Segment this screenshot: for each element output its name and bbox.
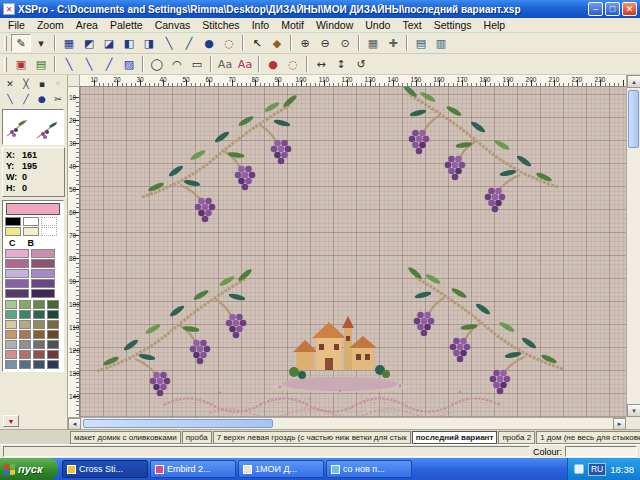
- info-panel-button[interactable]: ▥: [431, 34, 451, 52]
- stitch-canvas[interactable]: [80, 87, 626, 417]
- menu-item-file[interactable]: File: [2, 18, 31, 32]
- zoom-out-button[interactable]: ⊖: [315, 34, 335, 52]
- full-cross-stitch-tool[interactable]: ✕: [2, 77, 18, 92]
- menu-item-info[interactable]: Info: [246, 18, 276, 32]
- library-button[interactable]: ▤: [411, 34, 431, 52]
- palette-cb-swatch[interactable]: [5, 269, 29, 278]
- pattern-tab[interactable]: 1 дом (не весь для стыковки): [536, 431, 640, 444]
- french-knot-tool[interactable]: ●: [34, 92, 50, 107]
- palette-swatch[interactable]: [19, 300, 31, 309]
- backstitch-grid-button[interactable]: ▨: [119, 55, 139, 73]
- swap-colors-button[interactable]: ▣: [11, 55, 31, 73]
- close-button[interactable]: ✕: [622, 2, 637, 16]
- taskbar-task[interactable]: Cross Sti...: [62, 460, 148, 478]
- minimize-button[interactable]: –: [588, 2, 603, 16]
- palette-swatch[interactable]: [33, 340, 45, 349]
- double-cross-stitch-tool[interactable]: ╳: [18, 77, 34, 92]
- pattern-tab[interactable]: макет домик с оливковками: [70, 431, 181, 444]
- start-button[interactable]: пуск: [0, 458, 58, 480]
- scroll-left-button[interactable]: ◄: [68, 418, 81, 430]
- palette-swatch[interactable]: [47, 330, 59, 339]
- menu-item-motif[interactable]: Motif: [275, 18, 310, 32]
- menu-item-area[interactable]: Area: [70, 18, 104, 32]
- grid-toggle-button[interactable]: ▦: [363, 34, 383, 52]
- tray-app-icon[interactable]: [574, 464, 584, 474]
- scroll-down-button[interactable]: ▼: [627, 404, 640, 417]
- palette-swatch[interactable]: [23, 217, 39, 226]
- pattern-tab[interactable]: последний вариант: [412, 431, 498, 444]
- palette-swatch[interactable]: [19, 360, 31, 369]
- menu-item-zoom[interactable]: Zoom: [31, 18, 70, 32]
- palette-swatch[interactable]: [5, 300, 17, 309]
- text-tool-button[interactable]: Aa: [215, 55, 235, 73]
- palette-swatch[interactable]: [19, 340, 31, 349]
- menu-item-stitches[interactable]: Stitches: [196, 18, 245, 32]
- motif-preview[interactable]: [2, 109, 64, 145]
- palette-cb-swatch[interactable]: [31, 259, 55, 268]
- palette-scroll-down-button[interactable]: ▼: [3, 415, 19, 427]
- rotate-button[interactable]: ↺: [351, 55, 371, 73]
- cut-tool[interactable]: ✂: [50, 92, 66, 107]
- vertical-scroll-thumb[interactable]: [628, 90, 639, 148]
- palette-swatch[interactable]: [5, 320, 17, 329]
- text-color-button[interactable]: Aa: [235, 55, 255, 73]
- backstitch-diagonal-button[interactable]: ╱: [99, 55, 119, 73]
- select-tool-button[interactable]: ↖: [247, 34, 267, 52]
- palette-swatch[interactable]: [5, 340, 17, 349]
- menu-item-window[interactable]: Window: [310, 18, 359, 32]
- palette-swatch[interactable]: [19, 320, 31, 329]
- palette-swatch[interactable]: [47, 310, 59, 319]
- palette-cb-swatch[interactable]: [31, 269, 55, 278]
- palette-swatch[interactable]: [33, 330, 45, 339]
- pattern-tab[interactable]: проба 2: [498, 431, 535, 444]
- backstitch-thin-button[interactable]: ╲: [59, 55, 79, 73]
- palette-cb-swatch[interactable]: [5, 259, 29, 268]
- backstitch-right-tool[interactable]: ╱: [18, 92, 34, 107]
- palette-swatch[interactable]: [5, 350, 17, 359]
- palette-swatch[interactable]: [33, 360, 45, 369]
- palette-swatch[interactable]: [41, 217, 57, 226]
- bead-button[interactable]: ◌: [219, 34, 239, 52]
- knot-red-button[interactable]: ●: [263, 55, 283, 73]
- palette-cb-swatch[interactable]: [5, 279, 29, 288]
- pattern-tab[interactable]: проба: [182, 431, 212, 444]
- current-color-swatch[interactable]: [6, 203, 60, 215]
- palette-cb-swatch[interactable]: [5, 249, 29, 258]
- palette-swatch[interactable]: [33, 350, 45, 359]
- fill-tool-button[interactable]: ◆: [267, 34, 287, 52]
- language-indicator[interactable]: RU: [588, 463, 606, 476]
- palette-swatch[interactable]: [5, 217, 21, 226]
- menu-item-undo[interactable]: Undo: [359, 18, 396, 32]
- three-quarter-stitch-button[interactable]: ◨: [139, 34, 159, 52]
- palette-cb-swatch[interactable]: [31, 289, 55, 298]
- menu-item-settings[interactable]: Settings: [428, 18, 478, 32]
- palette-swatch[interactable]: [47, 300, 59, 309]
- palette-swatch[interactable]: [33, 300, 45, 309]
- highlight-color-button[interactable]: ▤: [31, 55, 51, 73]
- menu-item-palette[interactable]: Palette: [104, 18, 149, 32]
- scroll-up-button[interactable]: ▲: [627, 75, 640, 88]
- menu-item-text[interactable]: Text: [396, 18, 427, 32]
- circle-tool-button[interactable]: ◯: [147, 55, 167, 73]
- petite-stitch-tool[interactable]: ▪: [34, 77, 50, 92]
- palette-swatch[interactable]: [47, 320, 59, 329]
- pencil-tool-button[interactable]: ✎: [11, 34, 31, 52]
- palette-cb-swatch[interactable]: [31, 279, 55, 288]
- palette-swatch[interactable]: [33, 320, 45, 329]
- backstitch-thick-button[interactable]: ╲: [79, 55, 99, 73]
- taskbar-task[interactable]: Embird 2...: [150, 460, 236, 478]
- backstitch-left-tool[interactable]: ╲: [2, 92, 18, 107]
- palette-swatch[interactable]: [19, 310, 31, 319]
- full-stitch-button[interactable]: ▦: [59, 34, 79, 52]
- center-pattern-button[interactable]: ✚: [383, 34, 403, 52]
- palette-swatch[interactable]: [19, 350, 31, 359]
- french-knot-button[interactable]: ●: [199, 34, 219, 52]
- knot-outline-button[interactable]: ◌: [283, 55, 303, 73]
- palette-swatch[interactable]: [5, 360, 17, 369]
- mirror-vertical-button[interactable]: ↕: [331, 55, 351, 73]
- rectangle-tool-button[interactable]: ▭: [187, 55, 207, 73]
- vertical-scrollbar[interactable]: ▲ ▼: [626, 75, 640, 417]
- mirror-horizontal-button[interactable]: ↔: [311, 55, 331, 73]
- palette-swatch[interactable]: [5, 310, 17, 319]
- palette-cb-swatch[interactable]: [31, 249, 55, 258]
